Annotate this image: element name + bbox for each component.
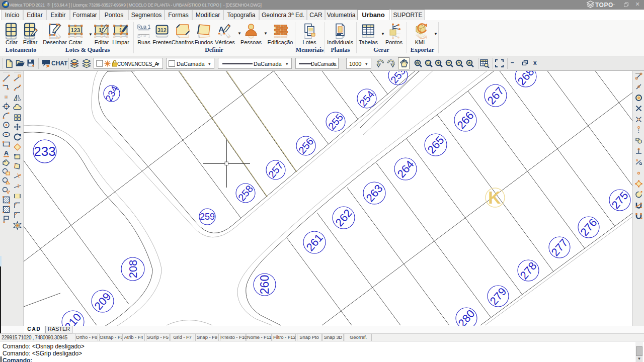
svg-text:280: 280 [456, 307, 477, 326]
svg-text:K: K [488, 188, 501, 207]
svg-text:259: 259 [200, 212, 215, 222]
svg-text:Rua 1: Rua 1 [137, 24, 151, 30]
svg-text:208: 208 [127, 260, 139, 279]
svg-text:210: 210 [62, 311, 84, 326]
svg-text:260: 260 [258, 275, 271, 294]
svg-text:253: 253 [388, 71, 408, 85]
svg-text:123: 123 [71, 27, 80, 33]
svg-text:312: 312 [157, 27, 167, 33]
svg-text:233: 233 [34, 144, 55, 159]
svg-text:234: 234 [103, 84, 120, 103]
svg-text:268: 268 [515, 71, 537, 87]
svg-text:A: A [4, 149, 9, 157]
